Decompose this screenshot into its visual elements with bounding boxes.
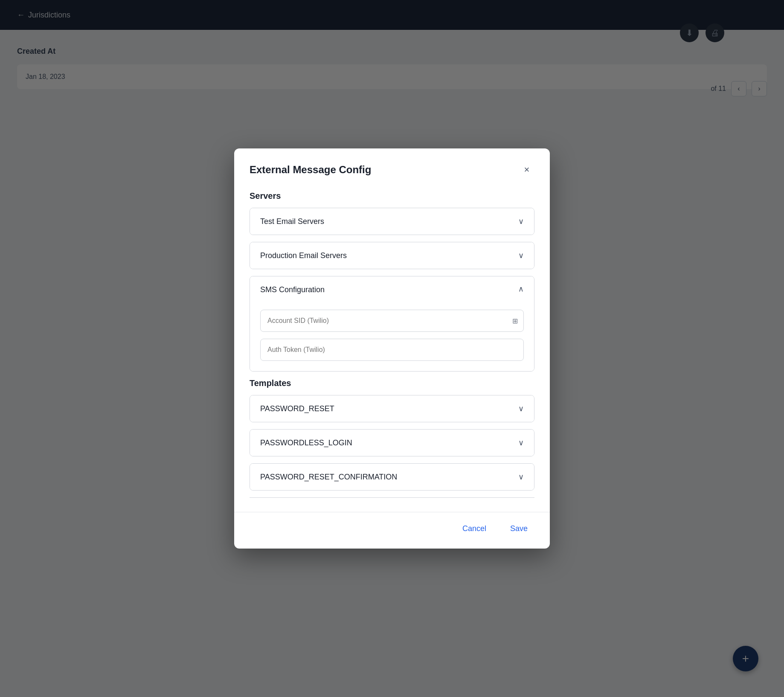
key-icon: ⊞ (512, 317, 518, 325)
account-sid-input[interactable] (260, 310, 524, 332)
test-email-servers-accordion: Test Email Servers ∨ (250, 208, 534, 235)
save-button[interactable]: Save (503, 521, 534, 537)
production-email-servers-accordion: Production Email Servers ∨ (250, 242, 534, 269)
password-reset-header[interactable]: PASSWORD_RESET ∨ (250, 395, 534, 422)
modal-title: External Message Config (250, 164, 371, 176)
password-reset-accordion: PASSWORD_RESET ∨ (250, 395, 534, 422)
partial-accordion-item (250, 497, 534, 502)
close-button[interactable]: × (519, 162, 534, 177)
sms-configuration-chevron-icon: ∨ (518, 285, 524, 294)
cancel-button[interactable]: Cancel (456, 521, 493, 537)
password-reset-label: PASSWORD_RESET (260, 404, 334, 413)
passwordless-login-header[interactable]: PASSWORDLESS_LOGIN ∨ (250, 430, 534, 456)
password-reset-confirmation-label: PASSWORD_RESET_CONFIRMATION (260, 473, 397, 482)
test-email-servers-label: Test Email Servers (260, 217, 324, 226)
auth-token-input[interactable] (260, 339, 524, 361)
passwordless-login-accordion: PASSWORDLESS_LOGIN ∨ (250, 429, 534, 456)
servers-section-label: Servers (250, 191, 534, 201)
passwordless-login-chevron-icon: ∨ (518, 438, 524, 447)
sms-configuration-body: ⊞ (250, 303, 534, 371)
modal-body: Servers Test Email Servers ∨ Production … (234, 188, 550, 512)
production-email-servers-chevron-icon: ∨ (518, 251, 524, 260)
sms-configuration-header[interactable]: SMS Configuration ∨ (250, 276, 534, 303)
password-reset-chevron-icon: ∨ (518, 404, 524, 413)
account-sid-wrapper: ⊞ (260, 310, 524, 332)
password-reset-confirmation-accordion: PASSWORD_RESET_CONFIRMATION ∨ (250, 463, 534, 491)
test-email-servers-header[interactable]: Test Email Servers ∨ (250, 208, 534, 235)
modal-footer: Cancel Save (234, 512, 550, 549)
auth-token-wrapper (260, 339, 524, 361)
production-email-servers-label: Production Email Servers (260, 251, 347, 260)
modal-header: External Message Config × (234, 148, 550, 188)
test-email-servers-chevron-icon: ∨ (518, 217, 524, 226)
external-message-config-modal: External Message Config × Servers Test E… (234, 148, 550, 549)
password-reset-confirmation-chevron-icon: ∨ (518, 472, 524, 482)
sms-configuration-section: SMS Configuration ∨ ⊞ (250, 276, 534, 372)
password-reset-confirmation-header[interactable]: PASSWORD_RESET_CONFIRMATION ∨ (250, 464, 534, 490)
production-email-servers-header[interactable]: Production Email Servers ∨ (250, 242, 534, 269)
close-icon: × (524, 164, 530, 175)
templates-section-label: Templates (250, 378, 534, 388)
sms-configuration-label: SMS Configuration (260, 285, 325, 294)
modal-overlay: External Message Config × Servers Test E… (0, 0, 784, 697)
passwordless-login-label: PASSWORDLESS_LOGIN (260, 439, 352, 447)
